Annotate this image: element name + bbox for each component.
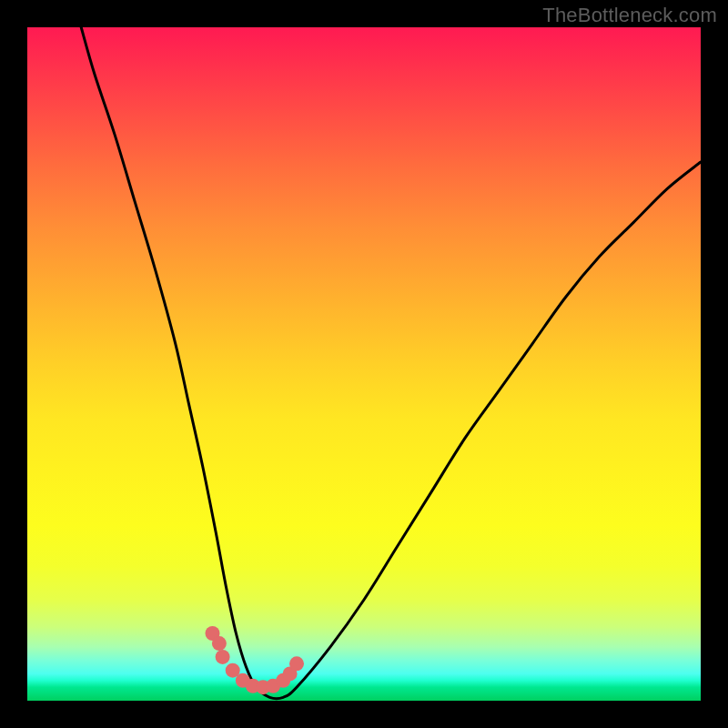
- chart-frame: TheBottleneck.com: [0, 0, 728, 728]
- curve-svg: [27, 27, 701, 701]
- dotted-highlight: [206, 626, 305, 694]
- highlight-dot: [216, 650, 230, 664]
- plot-area: [27, 27, 701, 701]
- bottleneck-curve: [81, 27, 701, 699]
- bottleneck-curve-path: [81, 27, 701, 699]
- watermark-text: TheBottleneck.com: [542, 4, 717, 27]
- highlight-dot: [212, 636, 227, 651]
- highlight-dot: [289, 656, 304, 671]
